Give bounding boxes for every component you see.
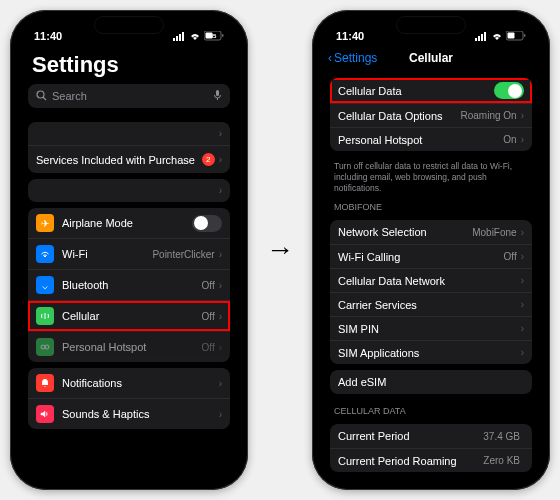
carrier-services-label: Carrier Services [338, 299, 521, 311]
dynamic-island [396, 16, 466, 34]
airplane-toggle[interactable] [192, 215, 222, 232]
chevron-right-icon: › [219, 280, 222, 291]
svg-rect-15 [478, 36, 480, 41]
sim-pin-row[interactable]: SIM PIN › [330, 316, 532, 340]
wifi-calling-value: Off [504, 251, 517, 262]
chevron-right-icon: › [219, 342, 222, 353]
chevron-right-icon: › [219, 409, 222, 420]
data-options-row[interactable]: Cellular Data Options Roaming On › [330, 103, 532, 127]
svg-rect-19 [508, 33, 515, 39]
search-icon [36, 90, 47, 103]
empty-row[interactable]: › [28, 179, 230, 202]
cellular-row[interactable]: Cellular Off › [28, 300, 230, 331]
chevron-right-icon: › [521, 134, 524, 145]
apple-id-row[interactable]: › [28, 122, 230, 145]
services-badge: 2 [202, 153, 215, 166]
airplane-icon: ✈ [36, 214, 54, 232]
signal-icon [475, 32, 488, 41]
hotspot-row[interactable]: Personal Hotspot On › [330, 127, 532, 151]
back-button[interactable]: ‹ Settings [328, 51, 377, 65]
sounds-row[interactable]: Sounds & Haptics › [28, 398, 230, 429]
svg-point-13 [45, 345, 49, 349]
group-empty: › [28, 179, 230, 202]
cellular-data-label: Cellular Data [338, 85, 494, 97]
wifi-label: Wi-Fi [62, 248, 152, 260]
bell-icon [36, 374, 54, 392]
chevron-right-icon: › [219, 378, 222, 389]
chevron-right-icon: › [521, 227, 524, 238]
bluetooth-row[interactable]: ⌵ Bluetooth Off › [28, 269, 230, 300]
speaker-icon [36, 405, 54, 423]
bluetooth-label: Bluetooth [62, 279, 202, 291]
svg-rect-16 [481, 34, 483, 41]
chevron-right-icon: › [219, 249, 222, 260]
cellular-value: Off [202, 311, 215, 322]
group-usage: Current Period 37.4 GB Current Period Ro… [330, 424, 532, 472]
current-period-row: Current Period 37.4 GB [330, 424, 532, 448]
sim-apps-row[interactable]: SIM Applications › [330, 340, 532, 364]
group-cellular-main: Cellular Data Cellular Data Options Roam… [330, 78, 532, 151]
phone-left: 11:40 45 Settings Search › Services Incl… [10, 10, 248, 490]
chevron-right-icon: › [219, 185, 222, 196]
mic-icon[interactable] [213, 89, 222, 103]
signal-icon [173, 32, 186, 41]
hotspot-row[interactable]: Personal Hotspot Off › [28, 331, 230, 362]
cellular-data-header: CELLULAR DATA [320, 400, 542, 418]
chevron-right-icon: › [521, 251, 524, 262]
chevron-right-icon: › [521, 110, 524, 121]
wifi-calling-row[interactable]: Wi-Fi Calling Off › [330, 244, 532, 268]
network-selection-label: Network Selection [338, 226, 472, 238]
services-label: Services Included with Purchase [36, 154, 202, 166]
data-network-row[interactable]: Cellular Data Network › [330, 268, 532, 292]
svg-rect-17 [484, 32, 486, 41]
carrier-services-row[interactable]: Carrier Services › [330, 292, 532, 316]
svg-rect-1 [176, 36, 178, 41]
search-placeholder: Search [52, 90, 87, 102]
services-row[interactable]: Services Included with Purchase 2 › [28, 145, 230, 173]
data-options-label: Cellular Data Options [338, 110, 461, 122]
hotspot-label: Personal Hotspot [62, 341, 202, 353]
data-network-label: Cellular Data Network [338, 275, 521, 287]
status-time: 11:40 [34, 30, 62, 42]
nav-title: Cellular [409, 51, 453, 65]
back-label: Settings [334, 51, 377, 65]
svg-rect-0 [173, 38, 175, 41]
wifi-calling-label: Wi-Fi Calling [338, 251, 504, 263]
network-selection-row[interactable]: Network Selection MobiFone › [330, 220, 532, 244]
status-time: 11:40 [336, 30, 364, 42]
bluetooth-icon: ⌵ [36, 276, 54, 294]
svg-rect-14 [475, 38, 477, 41]
data-options-value: Roaming On [461, 110, 517, 121]
svg-line-9 [43, 97, 46, 100]
sounds-label: Sounds & Haptics [62, 408, 219, 420]
sim-pin-label: SIM PIN [338, 323, 521, 335]
airplane-label: Airplane Mode [62, 217, 192, 229]
antenna-icon [36, 307, 54, 325]
cellular-data-row[interactable]: Cellular Data [330, 78, 532, 103]
roaming-label: Current Period Roaming [338, 455, 483, 467]
group-alerts: Notifications › Sounds & Haptics › [28, 368, 230, 429]
group-esim: Add eSIM [330, 370, 532, 394]
group-carrier: Network Selection MobiFone › Wi-Fi Calli… [330, 220, 532, 364]
cellular-footer: Turn off cellular data to restrict all d… [320, 157, 542, 196]
search-input[interactable]: Search [28, 84, 230, 108]
notifications-row[interactable]: Notifications › [28, 368, 230, 398]
hotspot-value: Off [202, 342, 215, 353]
phone-right: 11:40 ‹ Settings Cellular Cellular Data [312, 10, 550, 490]
svg-rect-3 [182, 32, 184, 41]
roaming-row: Current Period Roaming Zero KB [330, 448, 532, 472]
chevron-right-icon: › [521, 299, 524, 310]
airplane-row[interactable]: ✈ Airplane Mode [28, 208, 230, 238]
carrier-header: MOBIFONE [320, 196, 542, 214]
hotspot-icon [36, 338, 54, 356]
svg-rect-20 [524, 34, 526, 37]
wifi-row[interactable]: Wi-Fi PointerClicker › [28, 238, 230, 269]
cellular-data-toggle[interactable] [494, 82, 524, 99]
dynamic-island [94, 16, 164, 34]
svg-rect-6 [222, 34, 224, 37]
group-profile: › Services Included with Purchase 2 › [28, 122, 230, 173]
chevron-right-icon: › [521, 323, 524, 334]
battery-icon: 45 [204, 31, 224, 41]
wifi-icon [36, 245, 54, 263]
add-esim-row[interactable]: Add eSIM [330, 370, 532, 394]
